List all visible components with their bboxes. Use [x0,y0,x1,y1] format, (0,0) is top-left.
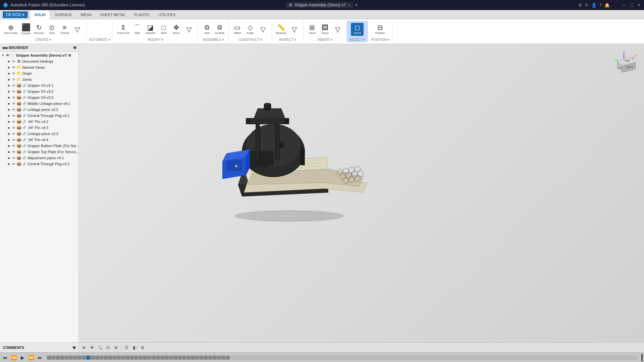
named-views-eye[interactable]: 👁 [11,66,16,69]
tree-item-pin-2[interactable]: ▶ 👁 📦 🔗 .94" Pin v4:2 [0,119,78,125]
browser-collapse-icon[interactable]: ◀◀ [2,46,7,50]
tree-item-central-peg-2[interactable]: ▶ 👁 📦 🔗 Central Through Peg v2:2 [0,161,78,167]
timeline-marker-25 [152,356,156,360]
btn-insert[interactable]: ⊞ Insert [306,23,318,35]
measure-icon: 📏 [277,24,285,31]
viewport[interactable]: X Z TOP FRONT RIGHT ⊕ ✥ 🔍 ⊡ ⊞ [79,44,644,352]
comments-settings-icon[interactable]: ⊕ [72,345,76,350]
add-tab-button[interactable]: + [355,2,358,8]
help-icon[interactable]: ? [599,3,602,8]
doc-settings-eye[interactable]: 👁 [11,60,16,63]
svg-text:RIGHT: RIGHT [626,66,634,68]
tab-surface[interactable]: SURFACE [51,10,76,19]
tree-item-pin-4[interactable]: ▶ 👁 📦 🔗 .94" Pin v4:4 [0,137,78,143]
btn-hole[interactable]: ⊙ Hole [46,23,58,35]
btn-fillet[interactable]: ⌒ Fillet [131,23,143,35]
doc-settings-icon: ⚙ [16,59,21,64]
btn-position[interactable]: ⊟ Position [374,23,386,35]
btn-last[interactable]: ⏭ [36,354,44,361]
refresh-icon[interactable]: ↻ [585,3,589,8]
tree-item-joints[interactable]: ▶ 👁 📁 Joints [0,76,78,82]
tab-solid[interactable]: SOLID [30,10,50,19]
title-tab[interactable]: ⚙ Gripper Assembly (Servo) v7 × [286,2,353,8]
viewcube[interactable]: X Z TOP FRONT RIGHT [610,51,637,77]
btn-orbit[interactable]: ⊕ [80,344,88,351]
tree-item-linkage-2[interactable]: ▶ 👁 📦 🔗 Linkage piece v2:2 [0,107,78,113]
btn-next[interactable]: ⏩ [28,354,35,361]
btn-play[interactable]: ▶ [19,354,26,361]
ribbon-content: ⊕ New Comp. ⬛ Extrude ↻ Revolve ⊙ Hole ≡ [0,19,644,44]
user-icon[interactable]: 👤 [591,3,597,8]
timeline-marker-9 [82,356,86,360]
btn-visual-style[interactable]: ◧ [131,344,138,351]
tab-utilities[interactable]: UTILITIES [154,10,179,19]
btn-revolve[interactable]: ↻ Revolve [33,23,45,35]
browser-settings-icon[interactable]: ⊕ [73,45,76,50]
root-eye[interactable]: 👁 [5,54,10,57]
btn-inspect-more[interactable]: ▽ [288,25,301,34]
btn-shell[interactable]: □ Shell [158,23,170,35]
btn-angle-plane[interactable]: ◇ Angle [244,23,256,35]
timeline-marker-36 [200,356,204,360]
btn-offset-plane[interactable]: ▭ Offset [231,23,244,35]
tab-plastic[interactable]: PLASTIC [130,10,154,19]
settings-icon[interactable]: ⚙ [578,3,582,8]
btn-extrude[interactable]: ⬛ Extrude [20,23,32,36]
timeline-marker-34 [191,356,195,360]
btn-chamfer[interactable]: ◪ Chamfer [144,23,157,35]
btn-measure[interactable]: 📏 Measure [275,23,288,35]
tree-root[interactable]: ▼ 👁 📄 Gripper Assembly (Servo) v7 ⚙ [0,52,78,58]
tree-item-central-peg-1[interactable]: ▶ 👁 📦 🔗 Central Through Peg v2:1 [0,113,78,119]
btn-zoom-fit[interactable]: ⊡ [104,344,112,351]
maximize-button[interactable]: □ [629,3,634,7]
tree-item-bottom-plate[interactable]: ▶ 👁 📦 🔗 Gripper Bottom Plate (For Ser... [0,143,78,149]
modify-more-icon: ▽ [186,26,192,33]
btn-as-built-joint[interactable]: ⚙ As-Built [214,23,226,35]
tree-item-adjustment[interactable]: ▶ 👁 📦 🔗 Adjustment piece v4:1 [0,155,78,161]
design-dropdown[interactable]: DESIGN ▾ [3,11,28,18]
minimize-button[interactable]: ─ [622,3,627,7]
btn-prev[interactable]: ⏪ [10,354,17,361]
btn-grid[interactable]: ⊞ [139,344,146,351]
tree-item-middle-linkage[interactable]: ▶ 👁 📦 🔗 Middle Linkage piece v4:1 [0,101,78,107]
svg-point-40 [264,103,271,106]
btn-construct-more[interactable]: ▽ [257,25,269,34]
tree-item-gripper-v3-3[interactable]: ▶ 👁 📦 🔗 Gripper V3 v3:3 [0,95,78,101]
tree-item-top-plate[interactable]: ▶ 👁 📦 🔗 Gripper Top Plate (For Servo)... [0,149,78,155]
notification-icon[interactable]: 🔔 [604,3,610,8]
btn-decal[interactable]: 🖼 Decal [319,23,331,35]
timeline-marker-29 [169,356,173,360]
btn-zoom-window[interactable]: ⊞ [112,344,120,351]
origin-eye[interactable]: 👁 [11,72,16,75]
btn-zoom[interactable]: 🔍 [96,344,104,351]
root-settings-icon[interactable]: ⚙ [68,54,71,57]
btn-joint[interactable]: ⚙ Joint [201,23,213,35]
btn-move[interactable]: ✥ Move [170,23,182,35]
tree-item-named-views[interactable]: ▶ 👁 📁 Named Views [0,64,78,70]
file-icon: ⚙ [289,3,292,7]
btn-create-more[interactable]: ▽ [71,25,84,34]
separator-1 [121,345,121,351]
joints-eye[interactable]: 👁 [11,78,16,81]
btn-insert-more[interactable]: ▽ [332,25,344,34]
tab-sheet-metal[interactable]: SHEET METAL [96,10,129,19]
btn-press-pull[interactable]: ⇕ Press Pull [116,23,130,35]
btn-first[interactable]: ⏮ [1,354,9,361]
tree-item-origin[interactable]: ▶ 👁 📁 Origin [0,70,78,76]
tree-item-pin-3[interactable]: ▶ 👁 📦 🔗 .94" Pin v4:3 [0,125,78,131]
tree-item-linkage-3[interactable]: ▶ 👁 📦 🔗 Linkage piece v2:3 [0,131,78,137]
close-button[interactable]: × [637,3,641,7]
btn-modify-more[interactable]: ▽ [183,25,195,34]
tree-item-gripper-v3-2[interactable]: ▶ 👁 📦 🔗 Gripper V3 v3:2 [0,88,78,95]
svg-text:TOP: TOP [625,59,630,62]
btn-pan[interactable]: ✥ [88,344,96,351]
tree-item-gripper-v3-1[interactable]: ▶ 👁 📦 🔗 Gripper V3 v3:1 [0,82,78,88]
group-inspect: 📏 Measure ▽ INSPECT ▾ [272,21,304,42]
btn-display-settings[interactable]: ☰ [123,344,130,351]
btn-thread[interactable]: ≡ Thread [59,23,71,35]
btn-new-component[interactable]: ⊕ New Comp. [3,23,19,35]
btn-select[interactable]: ◻ Select [351,23,364,36]
close-tab-icon[interactable]: × [348,3,350,7]
tab-mesh[interactable]: MESH [77,10,96,19]
tree-item-doc-settings[interactable]: ▶ 👁 ⚙ Document Settings [0,58,78,64]
